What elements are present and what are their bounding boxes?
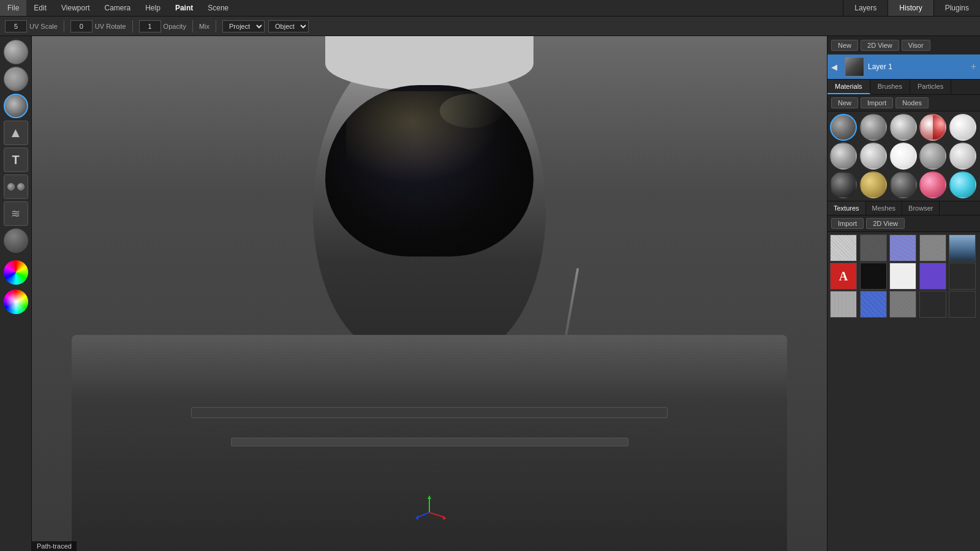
uv-scale-input[interactable] xyxy=(5,20,27,32)
material-gold[interactable] xyxy=(860,171,887,198)
blend-label: Mix xyxy=(199,23,209,30)
svg-line-2 xyxy=(429,512,445,517)
object-dropdown[interactable]: Object xyxy=(268,20,309,32)
menu-help[interactable]: Help xyxy=(138,0,168,16)
tab-textures[interactable]: Textures xyxy=(827,201,866,215)
menu-edit[interactable]: Edit xyxy=(26,0,54,16)
viewport-canvas xyxy=(32,36,827,551)
right-panel: New 2D View Visor ◀ Layer 1 + Materials … xyxy=(827,36,980,551)
material-dark-metal[interactable] xyxy=(830,114,857,141)
material-white2[interactable] xyxy=(890,143,917,170)
materials-grid xyxy=(827,111,980,201)
materials-sub-toolbar: New Import Nodes xyxy=(827,95,980,111)
tab-layers[interactable]: Layers xyxy=(843,0,888,16)
material-dark-sphere[interactable] xyxy=(890,171,917,198)
brush-ball-tool[interactable] xyxy=(4,40,28,64)
materials-tabs: Materials Brushes Particles xyxy=(827,80,980,95)
materials-nodes-btn[interactable]: Nodes xyxy=(895,97,929,108)
texture-logo-red[interactable]: A xyxy=(830,263,857,290)
texture-noise-grey[interactable] xyxy=(919,234,946,261)
menu-file[interactable]: File xyxy=(0,0,26,16)
materials-import-btn[interactable]: Import xyxy=(861,97,893,108)
text-tool[interactable]: T xyxy=(4,148,28,172)
tab-materials[interactable]: Materials xyxy=(827,80,870,94)
textures-import-btn[interactable]: Import xyxy=(831,218,864,229)
texture-noise-colored[interactable] xyxy=(889,234,916,261)
opacity-label: Opacity xyxy=(164,23,186,30)
opacity-input[interactable] xyxy=(139,20,161,32)
texture-purple[interactable] xyxy=(919,263,946,290)
layer-visibility-icon[interactable]: ◀ xyxy=(831,62,841,72)
material-light-grey2[interactable] xyxy=(830,143,857,170)
texture-grey-noise[interactable] xyxy=(830,291,857,318)
layers-2dview-button[interactable]: 2D View xyxy=(861,40,899,51)
left-toolbar: ▲ T ≋ xyxy=(0,36,32,551)
tab-plugins[interactable]: Plugins xyxy=(934,0,980,16)
svg-marker-3 xyxy=(443,515,447,520)
stroke-tool[interactable]: ≋ xyxy=(4,201,28,226)
color-wheel[interactable] xyxy=(4,260,28,285)
menu-paint[interactable]: Paint xyxy=(168,0,200,16)
layers-visor-button[interactable]: Visor xyxy=(902,40,930,51)
texture-empty3[interactable] xyxy=(949,291,976,318)
main-layout: ▲ T ≋ xyxy=(0,36,980,551)
textures-grid: A xyxy=(827,232,980,320)
material-red-white[interactable] xyxy=(919,114,946,141)
tab-browser[interactable]: Browser xyxy=(902,201,940,215)
uv-scale-field: UV Scale xyxy=(5,20,58,32)
layers-new-button[interactable]: New xyxy=(831,40,858,51)
texture-grey-noise2[interactable] xyxy=(889,291,916,318)
material-pink[interactable] xyxy=(919,171,946,198)
uv-rotate-field: UV Rotate xyxy=(70,20,126,32)
viewport[interactable]: Path-traced xyxy=(32,36,827,551)
texture-white[interactable] xyxy=(889,263,916,290)
layers-toolbar: New 2D View Visor xyxy=(827,36,980,54)
uv-rotate-label: UV Rotate xyxy=(95,23,126,30)
material-off-white[interactable] xyxy=(949,143,976,170)
texture-blue-noise[interactable] xyxy=(860,291,887,318)
svg-line-4 xyxy=(417,512,429,517)
layer-item[interactable]: ◀ Layer 1 + xyxy=(827,54,980,79)
blob-tool[interactable] xyxy=(4,228,28,253)
materials-section: Materials Brushes Particles New Import N… xyxy=(827,80,980,201)
texture-sky[interactable] xyxy=(949,234,976,261)
tab-meshes[interactable]: Meshes xyxy=(866,201,903,215)
material-lighter-grey[interactable] xyxy=(860,143,887,170)
texture-noise-dark[interactable] xyxy=(860,234,887,261)
layers-section: New 2D View Visor ◀ Layer 1 + xyxy=(827,36,980,80)
paint-tool[interactable] xyxy=(4,94,28,118)
triangle-tool[interactable]: ▲ xyxy=(4,121,28,145)
eyes-tool[interactable] xyxy=(4,174,28,199)
color-picker[interactable] xyxy=(4,290,28,314)
menu-viewport[interactable]: Viewport xyxy=(54,0,97,16)
material-grey[interactable] xyxy=(860,114,887,141)
material-dark[interactable] xyxy=(830,171,857,198)
texture-black[interactable] xyxy=(860,263,887,290)
material-white[interactable] xyxy=(949,114,976,141)
texture-noise-white[interactable] xyxy=(830,234,857,261)
menu-scene[interactable]: Scene xyxy=(200,0,236,16)
project-dropdown[interactable]: Project xyxy=(222,20,265,32)
menu-camera[interactable]: Camera xyxy=(97,0,138,16)
svg-marker-5 xyxy=(415,515,418,520)
texture-empty2[interactable] xyxy=(919,291,946,318)
uv-scale-label: UV Scale xyxy=(29,23,58,30)
textures-2dview-btn[interactable]: 2D View xyxy=(866,218,905,229)
tab-brushes[interactable]: Brushes xyxy=(870,80,910,94)
textures-tabs: Textures Meshes Browser xyxy=(827,201,980,216)
material-cyan[interactable] xyxy=(949,171,976,198)
opacity-field: Opacity xyxy=(139,20,186,32)
material-light-grey[interactable] xyxy=(890,114,917,141)
sphere-tool[interactable] xyxy=(4,67,28,91)
uv-rotate-input[interactable] xyxy=(70,20,92,32)
tab-history[interactable]: History xyxy=(888,0,933,16)
textures-section: Textures Meshes Browser Import 2D View A xyxy=(827,201,980,551)
viewport-status: Path-traced xyxy=(32,541,77,551)
tab-particles[interactable]: Particles xyxy=(910,80,951,94)
layer-add-icon[interactable]: + xyxy=(971,61,976,72)
viewport-gizmo xyxy=(411,494,448,531)
material-mid-grey[interactable] xyxy=(919,143,946,170)
menu-bar: File Edit Viewport Camera Help Paint Sce… xyxy=(0,0,980,17)
materials-new-btn[interactable]: New xyxy=(831,97,858,108)
texture-empty[interactable] xyxy=(949,263,976,290)
